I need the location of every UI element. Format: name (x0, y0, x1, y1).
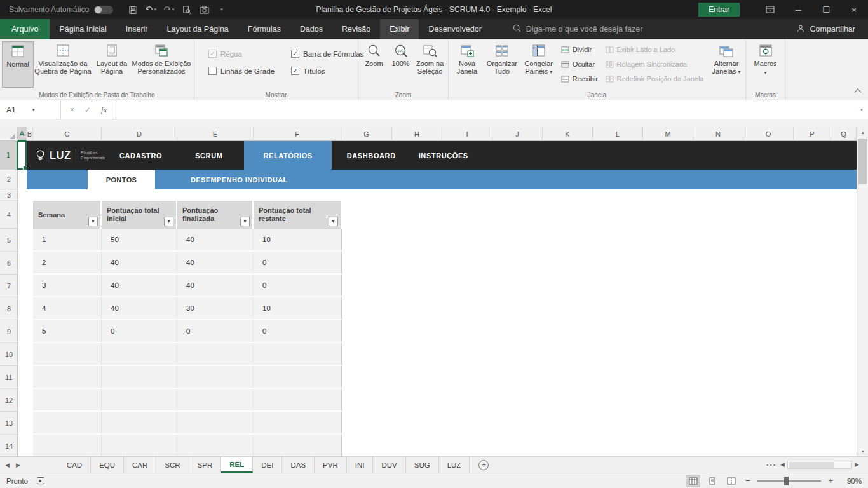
minimize-button[interactable]: ─ (784, 0, 812, 19)
cell-pontuacao-inicial[interactable]: 40 (102, 297, 177, 319)
sheet-tab-sug[interactable]: SUG (406, 457, 439, 473)
cell-empty[interactable] (102, 435, 177, 456)
share-button[interactable]: Compartilhar (796, 19, 868, 39)
cell-empty[interactable] (254, 366, 342, 388)
cell-empty[interactable] (254, 435, 342, 456)
scroll-right-icon[interactable]: ▶ (855, 461, 859, 468)
horizontal-scroll-thumb[interactable] (789, 462, 834, 468)
cell-empty[interactable] (254, 412, 342, 433)
tab-layout-da-pagina[interactable]: Layout da Página (157, 19, 238, 39)
next-sheet-icon[interactable]: ▶ (16, 462, 20, 468)
new-window-button[interactable]: Nova Janela (451, 41, 484, 88)
save-icon[interactable] (125, 1, 141, 18)
cell-pontuacao-finalizada[interactable]: 30 (177, 297, 254, 319)
split-button[interactable]: Dividir (561, 44, 603, 55)
cell-empty[interactable] (177, 343, 254, 365)
nav-tab-scrum[interactable]: SCRUM (195, 141, 222, 170)
tab-exibir[interactable]: Exibir (380, 19, 419, 39)
filter-dropdown-icon[interactable]: ▼ (164, 217, 173, 226)
subtab-pontos[interactable]: PONTOS (88, 170, 155, 189)
zoom-to-selection-button[interactable]: Zoom na Seleção (414, 41, 446, 88)
ruler-checkbox[interactable]: Régua (208, 50, 275, 58)
collapse-ribbon-icon[interactable] (854, 88, 861, 95)
formula-input[interactable] (116, 100, 855, 119)
cell-pontuacao-inicial[interactable]: 40 (102, 252, 177, 273)
sheet-tab-car[interactable]: CAR (124, 457, 156, 473)
normal-view-status-icon[interactable] (686, 475, 700, 487)
switch-windows-button[interactable]: Alternar Janelas ▾ (709, 41, 743, 88)
cell-pontuacao-inicial[interactable]: 40 (102, 274, 177, 296)
formula-bar-checkbox[interactable]: Barra de Fórmulas (291, 50, 363, 58)
cell-empty[interactable] (177, 412, 254, 433)
cell-empty[interactable] (33, 435, 102, 456)
previous-sheet-icon[interactable]: ◀ (5, 462, 10, 468)
column-header-j[interactable]: J (492, 127, 543, 141)
horizontal-scrollbar[interactable]: ◀ ▶ (780, 458, 859, 471)
row-header-2[interactable]: 2 (0, 170, 18, 189)
zoom-slider[interactable] (757, 480, 821, 482)
name-box[interactable]: A1 ▾ (0, 100, 61, 119)
sheet-tab-ini[interactable]: INI (347, 457, 374, 473)
normal-view-button[interactable]: Normal (2, 41, 34, 88)
cell-empty[interactable] (33, 389, 102, 410)
cell-empty[interactable] (177, 366, 254, 388)
hide-button[interactable]: Ocultar (561, 58, 603, 70)
undo-icon[interactable]: ▾ (142, 1, 159, 18)
row-header-14[interactable]: 14 (0, 435, 18, 456)
cell-empty[interactable] (33, 343, 102, 365)
freeze-panes-button[interactable]: Congelar Painéis ▾ (520, 41, 557, 88)
sheet-tab-equ[interactable]: EQU (91, 457, 124, 473)
cell-pontuacao-finalizada[interactable]: 40 (177, 274, 254, 296)
expand-formula-bar-icon[interactable]: ▾ (855, 100, 868, 119)
cell-empty[interactable] (102, 343, 177, 365)
column-header-d[interactable]: D (102, 127, 177, 141)
column-header-m[interactable]: M (643, 127, 693, 141)
nav-tab-dashboard[interactable]: DASHBOARD (347, 141, 396, 170)
arrange-all-button[interactable]: Organizar Tudo (484, 41, 520, 88)
horizontal-scroll-track[interactable] (787, 461, 852, 469)
customize-qat-icon[interactable]: ▾ (214, 1, 230, 18)
row-header-11[interactable]: 11 (0, 366, 18, 389)
column-header-q[interactable]: Q (831, 127, 857, 141)
cell-empty[interactable] (102, 389, 177, 410)
tell-me-box[interactable]: Diga-me o que você deseja fazer (513, 19, 642, 39)
macros-button[interactable]: Macros ▾ (749, 41, 782, 88)
cell-empty[interactable] (33, 412, 102, 433)
tab-formulas[interactable]: Fórmulas (238, 19, 290, 39)
vertical-scroll-thumb[interactable] (858, 139, 867, 184)
sheet-tab-das[interactable]: DAS (282, 457, 315, 473)
tab-revisao[interactable]: Revisão (332, 19, 380, 39)
ribbon-display-options-icon[interactable] (756, 0, 784, 19)
cell-semana[interactable]: 2 (33, 252, 102, 273)
filter-dropdown-icon[interactable]: ▼ (88, 217, 98, 226)
page-break-preview-button[interactable]: Visualização da Quebra de Página (34, 41, 92, 88)
sheet-tab-cad[interactable]: CAD (58, 457, 91, 473)
row-header-13[interactable]: 13 (0, 412, 18, 435)
tab-inserir[interactable]: Inserir (116, 19, 158, 39)
nav-tab-cadastro[interactable]: CADASTRO (119, 141, 162, 170)
sheet-tab-duv[interactable]: DUV (373, 457, 405, 473)
filter-dropdown-icon[interactable]: ▼ (240, 217, 250, 226)
sheet-tab-pvr[interactable]: PVR (315, 457, 347, 473)
cell-empty[interactable] (177, 435, 254, 456)
sheet-tab-spr[interactable]: SPR (189, 457, 222, 473)
column-header-b[interactable]: B (27, 127, 33, 141)
row-header-12[interactable]: 12 (0, 389, 18, 412)
row-header-4[interactable]: 4 (0, 201, 18, 229)
maximize-button[interactable]: ☐ (812, 0, 840, 19)
cell-pontuacao-restante[interactable]: 0 (254, 274, 342, 296)
zoom-in-button[interactable]: + (826, 476, 835, 485)
cell-empty[interactable] (102, 366, 177, 388)
cancel-icon[interactable]: × (70, 105, 74, 114)
unhide-button[interactable]: Reexibir (561, 73, 603, 85)
tab-pagina-inicial[interactable]: Página Inicial (50, 19, 116, 39)
enter-icon[interactable]: ✓ (85, 105, 91, 114)
filter-dropdown-icon[interactable]: ▼ (329, 217, 338, 226)
cell-pontuacao-restante[interactable]: 10 (254, 229, 342, 250)
cell-pontuacao-finalizada[interactable]: 40 (177, 229, 254, 250)
gridlines-checkbox[interactable]: Linhas de Grade (208, 67, 275, 75)
cell-empty[interactable] (102, 412, 177, 433)
row-header-3[interactable]: 3 (0, 189, 18, 201)
cell-empty[interactable] (33, 366, 102, 388)
sign-in-button[interactable]: Entrar (698, 3, 740, 17)
